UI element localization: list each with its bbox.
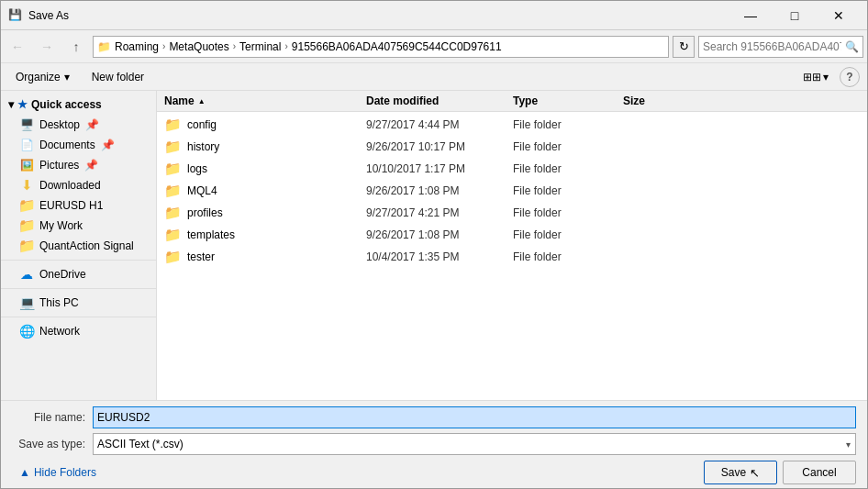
sidebar-item-label: Network	[39, 325, 80, 338]
file-type: File folder	[513, 162, 623, 175]
cancel-button[interactable]: Cancel	[783, 461, 856, 484]
file-name-cell: 📁 MQL4	[164, 183, 366, 199]
file-list-header: Name ▲ Date modified Type Size	[157, 91, 867, 112]
hide-folders-button[interactable]: ▲ Hide Folders	[12, 461, 104, 484]
network-icon: 🌐	[19, 324, 34, 339]
save-as-dialog: 💾 Save As — □ ✕ ← → ↑ 📁 Roaming › MetaQu…	[0, 0, 868, 489]
sidebar-item-eurusd[interactable]: 📁 EURUSD H1	[1, 195, 156, 216]
file-date: 9/27/2017 4:21 PM	[366, 206, 513, 219]
breadcrumb-metaquotes: MetaQuotes	[169, 40, 228, 53]
filename-row: File name:	[12, 406, 856, 428]
folder-icon: 📁	[164, 205, 182, 221]
header-type[interactable]: Type	[513, 94, 623, 107]
header-date[interactable]: Date modified	[366, 94, 513, 107]
saveastype-row: Save as type: ASCII Text (*.csv)CSV (*.c…	[12, 433, 856, 455]
help-button[interactable]: ?	[840, 67, 860, 87]
sidebar-divider-3	[1, 317, 156, 317]
table-row[interactable]: 📁 MQL4 9/26/2017 1:08 PM File folder	[157, 180, 867, 202]
sidebar-item-thispc[interactable]: 💻 This PC	[1, 293, 156, 313]
action-row: ▲ Hide Folders Save ↖ Cancel	[12, 461, 856, 484]
save-button[interactable]: Save ↖	[704, 461, 777, 484]
file-date: 9/26/2017 1:08 PM	[366, 184, 513, 197]
folder-icon: 📁	[164, 161, 182, 177]
sidebar-item-onedrive[interactable]: ☁ OneDrive	[1, 264, 156, 284]
bottom-bar: File name: Save as type: ASCII Text (*.c…	[1, 400, 867, 488]
sidebar-divider-2	[1, 288, 156, 289]
sidebar-item-mywork[interactable]: 📁 My Work	[1, 216, 156, 236]
folder-icon: 📁	[164, 139, 182, 155]
desktop-icon: 🖥️	[19, 117, 34, 132]
folder-icon: 📁	[164, 117, 182, 133]
search-input[interactable]	[703, 40, 841, 53]
view-button[interactable]: ⊞⊞ ▾	[799, 66, 832, 88]
saveastype-select[interactable]: ASCII Text (*.csv)CSV (*.csv)Text (*.txt…	[93, 433, 856, 455]
toolbar: ← → ↑ 📁 Roaming › MetaQuotes › Terminal …	[1, 30, 867, 63]
file-pane: Name ▲ Date modified Type Size 📁 config …	[157, 91, 867, 400]
new-folder-button[interactable]: New folder	[84, 66, 151, 88]
refresh-button[interactable]: ↻	[673, 36, 695, 58]
search-box[interactable]: 🔍	[698, 36, 863, 58]
dialog-title: Save As	[28, 9, 729, 22]
minimize-button[interactable]: —	[729, 1, 772, 30]
file-date: 9/26/2017 10:17 PM	[366, 140, 513, 153]
file-name-cell: 📁 logs	[164, 161, 366, 177]
close-button[interactable]: ✕	[818, 1, 860, 30]
search-icon: 🔍	[845, 40, 859, 53]
onedrive-icon: ☁	[19, 267, 34, 282]
table-row[interactable]: 📁 logs 10/10/2017 1:17 PM File folder	[157, 158, 867, 180]
organize-label: Organize	[16, 71, 61, 83]
breadcrumb-sep-1: ›	[162, 41, 165, 51]
filename-input[interactable]	[93, 406, 856, 428]
table-row[interactable]: 📁 profiles 9/27/2017 4:21 PM File folder	[157, 202, 867, 224]
file-name: tester	[187, 250, 215, 263]
sidebar-item-label: QuantAction Signal	[39, 239, 134, 252]
title-bar-controls: — □ ✕	[729, 1, 860, 30]
maximize-button[interactable]: □	[773, 1, 816, 30]
fields-area: File name: Save as type: ASCII Text (*.c…	[12, 406, 856, 455]
quick-access-label: Quick access	[31, 98, 102, 111]
sidebar-item-label: EURUSD H1	[39, 199, 103, 212]
up-button[interactable]: ↑	[63, 34, 89, 60]
documents-icon: 📄	[19, 138, 34, 152]
sidebar-item-label: Documents	[39, 139, 95, 151]
view-arrow-icon: ▾	[823, 71, 829, 83]
organize-button[interactable]: Organize ▾	[8, 66, 77, 88]
sidebar-item-label: This PC	[39, 296, 79, 309]
table-row[interactable]: 📁 templates 9/26/2017 1:08 PM File folde…	[157, 224, 867, 246]
sidebar-item-quantaction[interactable]: 📁 QuantAction Signal	[1, 236, 156, 256]
back-button[interactable]: ←	[5, 34, 30, 60]
file-date: 9/26/2017 1:08 PM	[366, 228, 513, 241]
hide-folders-label: Hide Folders	[34, 466, 96, 479]
file-name-cell: 📁 history	[164, 139, 366, 155]
file-name: templates	[187, 228, 235, 241]
sidebar-item-network[interactable]: 🌐 Network	[1, 321, 156, 341]
sidebar-item-downloaded[interactable]: ⬇ Downloaded	[1, 175, 156, 195]
address-bar[interactable]: 📁 Roaming › MetaQuotes › Terminal › 9155…	[93, 36, 669, 58]
sidebar-item-documents[interactable]: 📄 Documents 📌	[1, 135, 156, 155]
pictures-icon: 🖼️	[19, 158, 34, 172]
computer-icon: 💻	[19, 295, 34, 310]
folder-icon: 📁	[19, 198, 34, 213]
table-row[interactable]: 📁 tester 10/4/2017 1:35 PM File folder	[157, 246, 867, 268]
file-name: config	[187, 118, 217, 131]
quick-access-section[interactable]: ▾ ★ Quick access	[1, 94, 156, 115]
title-bar: 💾 Save As — □ ✕	[1, 1, 867, 30]
breadcrumb-roaming: Roaming	[115, 40, 159, 53]
table-row[interactable]: 📁 history 9/26/2017 10:17 PM File folder	[157, 136, 867, 158]
sidebar-item-desktop[interactable]: 🖥️ Desktop 📌	[1, 115, 156, 135]
sidebar-item-pictures[interactable]: 🖼️ Pictures 📌	[1, 155, 156, 175]
file-name-cell: 📁 templates	[164, 227, 366, 243]
forward-button[interactable]: →	[34, 34, 60, 60]
header-name[interactable]: Name ▲	[164, 94, 366, 107]
table-row[interactable]: 📁 config 9/27/2017 4:44 PM File folder	[157, 114, 867, 136]
file-type: File folder	[513, 140, 623, 153]
sidebar: ▾ ★ Quick access 🖥️ Desktop 📌 📄 Document…	[1, 91, 157, 400]
sidebar-divider-1	[1, 260, 156, 261]
folder-icon: 📁	[164, 249, 182, 265]
sidebar-item-label: My Work	[39, 219, 83, 232]
header-size[interactable]: Size	[623, 94, 696, 107]
cursor-icon: ↖	[750, 466, 760, 480]
folder-icon: 📁	[164, 183, 182, 199]
folder-icon: 📁	[164, 227, 182, 243]
file-date: 10/4/2017 1:35 PM	[366, 250, 513, 263]
